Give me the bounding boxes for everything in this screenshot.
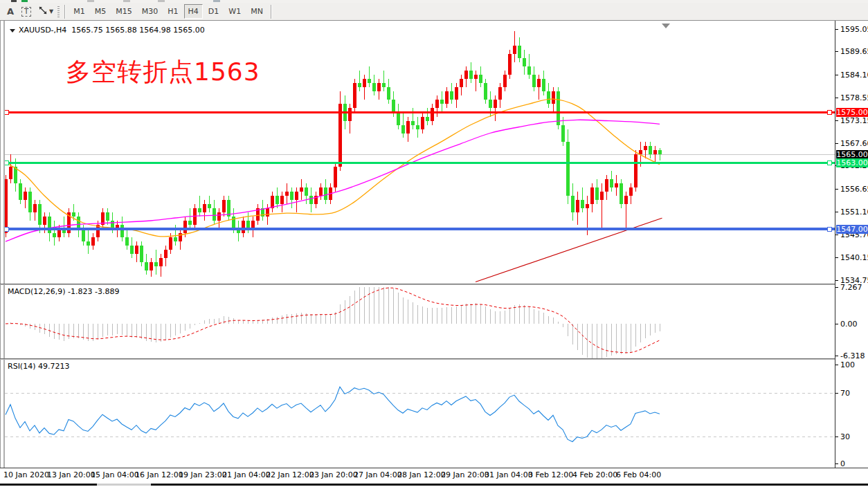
axis-tick [835, 189, 838, 190]
timeframe-button-h4[interactable]: H4 [184, 4, 203, 19]
macd-panel[interactable]: MACD(12,26,9) -1.823 -3.889 [5, 285, 835, 358]
axis-tick [835, 280, 838, 281]
timeframe-button-h1[interactable]: H1 [163, 4, 182, 19]
hline-handle[interactable] [5, 110, 9, 114]
macd-signal-line [6, 288, 660, 353]
chart-shift-marker [662, 24, 670, 28]
axis-tick [835, 393, 838, 394]
time-axis-label: 31 Jan 04:00 [485, 470, 533, 479]
top-edge-mark [21, 0, 28, 2]
time-axis-label: 10 Jan 2020 [3, 470, 49, 479]
axis-tick [835, 143, 838, 144]
axis-tick [835, 287, 838, 288]
price-badge: 1563.00 [836, 158, 868, 167]
toolbar: A T ▼ M1M5M15M30H1H4D1W1MN [0, 3, 868, 21]
top-edge-mark [87, 0, 94, 2]
price-badge: 1547.00 [836, 225, 868, 234]
time-axis-label: 29 Jan 20:00 [441, 470, 489, 479]
rsi-label: RSI(14) 49.7213 [8, 362, 69, 371]
scrollbar-track [0, 484, 97, 486]
scrollbar-track [151, 484, 868, 486]
timeframe-button-mn[interactable]: MN [246, 4, 267, 19]
mt4-window: A T ▼ M1M5M15M30H1H4D1W1MN XAUUSD-,H4 15… [0, 0, 868, 487]
price-badge: 1575.00 [836, 108, 868, 117]
top-edge-mark [158, 0, 165, 2]
top-edge-mark [213, 0, 220, 2]
axis-tick-label: 1589.65 [840, 47, 868, 56]
hline-handle[interactable] [828, 110, 832, 114]
axis-tick-label: 1578.55 [840, 93, 868, 102]
timeframe-button-m15[interactable]: M15 [111, 4, 136, 19]
axis-tick [835, 356, 838, 356]
axis-tick [835, 98, 838, 98]
window-left-edge [0, 21, 5, 481]
time-axis-label: 19 Jan 23:00 [179, 470, 227, 479]
time-axis[interactable]: 10 Jan 202013 Jan 20:0015 Jan 04:0016 Ja… [0, 468, 868, 481]
toolbar-separator [64, 5, 66, 19]
axis-tick-label: 30 [840, 432, 850, 441]
hline-handle[interactable] [828, 227, 832, 231]
axis-tick [835, 324, 838, 324]
time-axis-label: 27 Jan 04:00 [354, 470, 402, 479]
hline-handle[interactable] [5, 160, 9, 165]
axis-tick-label: -6.318 [840, 351, 865, 360]
hline-1547[interactable] [5, 228, 835, 230]
axis-tick [835, 212, 838, 212]
axis-tick [835, 120, 838, 121]
collapse-chart-icon[interactable] [10, 29, 15, 33]
rsi-levels [5, 393, 835, 437]
annotation-text[interactable]: 多空转折点1563 [66, 55, 260, 89]
chevron-down-icon: ▼ [49, 8, 53, 15]
axis-tick-label: 1567.60 [840, 139, 868, 148]
hline-handle[interactable] [828, 160, 832, 165]
time-axis-label: 23 Jan 20:00 [309, 470, 358, 479]
axis-tick-label: 1540.15 [840, 253, 868, 262]
hline-1563[interactable] [5, 162, 835, 164]
current-price-line [5, 154, 835, 155]
time-axis-label: 15 Jan 04:00 [91, 470, 139, 479]
time-axis-label: 21 Jan 04:00 [222, 470, 271, 479]
toolbar-separator [271, 5, 272, 19]
timeframe-button-d1[interactable]: D1 [204, 4, 223, 19]
price-axis[interactable]: 1595.051589.651584.101578.551573.151567.… [835, 21, 868, 468]
rsi-panel[interactable]: RSI(14) 49.7213 [5, 360, 835, 468]
time-axis-label: 16 Jan 12:00 [135, 470, 183, 479]
hline-handle[interactable] [5, 227, 9, 231]
axis-tick [835, 29, 838, 30]
label-tool-button[interactable]: T [18, 4, 35, 19]
axis-tick-label: 70 [840, 389, 850, 398]
time-axis-label: 6 Feb 04:00 [616, 470, 661, 479]
arrow-objects-button[interactable]: ▼ [35, 4, 57, 19]
macd-label: MACD(12,26,9) -1.823 -3.889 [8, 287, 119, 296]
axis-tick [835, 365, 838, 365]
timeframe-button-m5[interactable]: M5 [91, 4, 111, 19]
axis-tick [835, 75, 838, 75]
axis-tick-label: 1595.05 [840, 25, 868, 34]
main-chart-panel[interactable]: XAUUSD-,H4 1565.75 1565.88 1564.98 1565.… [5, 21, 835, 284]
axis-tick-label: 1551.10 [840, 208, 868, 217]
hline-1575[interactable] [5, 111, 835, 113]
timeframe-button-w1[interactable]: W1 [224, 4, 245, 19]
macd-histogram [6, 287, 660, 358]
toolbar-grip [57, 6, 60, 17]
text-tool-label: A [7, 6, 14, 17]
rsi-line [6, 387, 660, 441]
time-axis-label: 4 Feb 20:00 [572, 470, 617, 479]
label-tool-icon: T [21, 7, 31, 17]
top-edge-mark [123, 0, 130, 2]
axis-tick [835, 51, 838, 52]
chart-title: XAUUSD-,H4 1565.75 1565.88 1564.98 1565.… [10, 26, 205, 35]
axis-tick-label: 1573.15 [840, 116, 868, 125]
text-tool-button[interactable]: A [3, 4, 18, 19]
chart-title-text: XAUUSD-,H4 1565.75 1565.88 1564.98 1565.… [19, 26, 205, 35]
timeframe-button-m30[interactable]: M30 [138, 4, 163, 19]
time-axis-label: 3 Feb 12:00 [528, 470, 573, 479]
horizontal-scrollbar[interactable] [0, 481, 868, 487]
scrollbar-thumb[interactable] [97, 484, 151, 486]
axis-tick [835, 463, 838, 464]
axis-tick [835, 235, 838, 235]
axis-tick-label: 0.00 [840, 320, 858, 329]
time-axis-label: 22 Jan 12:00 [266, 470, 314, 479]
timeframe-button-m1[interactable]: M1 [69, 4, 89, 19]
axis-tick [835, 257, 838, 258]
